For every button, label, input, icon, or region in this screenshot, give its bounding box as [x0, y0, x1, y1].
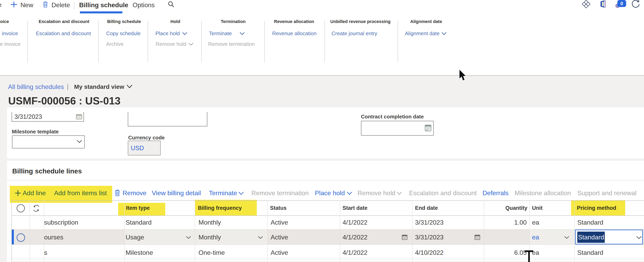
svg-text:0: 0	[620, 1, 623, 6]
